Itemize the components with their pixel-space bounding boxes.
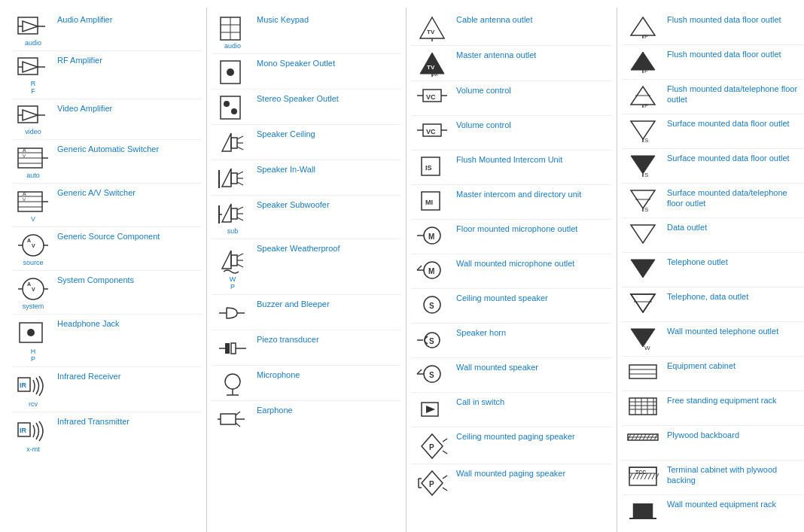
svg-marker-56 bbox=[222, 169, 231, 187]
symbol-stereo-speaker bbox=[213, 93, 252, 120]
item-earphone: Earphone bbox=[212, 401, 401, 436]
symbol-data-outlet bbox=[623, 222, 662, 246]
label-speaker-weather: Speaker Weatherproof bbox=[252, 243, 400, 254]
svg-rect-48 bbox=[221, 96, 240, 119]
svg-rect-77 bbox=[225, 343, 230, 354]
symbol-auto-switcher: A V auto bbox=[14, 144, 53, 179]
item-plywood-backboard: Plywood backboard bbox=[622, 426, 804, 461]
label-speaker-horn: Speaker horn bbox=[452, 327, 611, 338]
label-telephone-data: Telephone, data outlet bbox=[662, 291, 804, 302]
symbol-speaker-weather: W P bbox=[213, 243, 252, 290]
label-speaker-inwall: Speaker In-Wall bbox=[252, 164, 400, 175]
svg-line-122 bbox=[417, 369, 422, 374]
label-flush-data-2: Flush mounted data floor outlet bbox=[662, 49, 804, 59]
svg-point-50 bbox=[231, 108, 237, 114]
item-call-switch: Call in switch bbox=[411, 393, 612, 427]
label-speaker-ceiling: Speaker Ceiling bbox=[252, 129, 400, 139]
item-surface-data-1: S Surface mounted data floor outlet bbox=[622, 114, 804, 149]
svg-line-127 bbox=[443, 439, 447, 442]
svg-text:P: P bbox=[429, 480, 434, 488]
label-ir-receiver: Infrared Receiver bbox=[53, 371, 200, 382]
abbrev-system: system bbox=[23, 302, 44, 310]
symbol-telephone-outlet bbox=[623, 257, 662, 281]
svg-text:VC: VC bbox=[426, 93, 436, 101]
column-4: F Flush mounted data floor outlet F Flus… bbox=[617, 8, 804, 532]
label-wall-speaker: Wall mounted speaker bbox=[452, 362, 611, 372]
symbol-music-keypad: audio bbox=[213, 14, 252, 50]
item-terminal-cabinet: TCC Terminal cabinet with plywood backin… bbox=[622, 461, 804, 495]
svg-line-135 bbox=[443, 488, 447, 491]
symbol-speaker-horn: S bbox=[413, 327, 452, 351]
label-system: System Components bbox=[53, 275, 200, 285]
item-mono-speaker: Mono Speaker Outlet bbox=[212, 54, 401, 90]
label-volume-control-1: Volume control bbox=[452, 85, 611, 96]
abbrev-speaker-weather: W P bbox=[230, 275, 236, 290]
svg-marker-5 bbox=[23, 62, 38, 72]
svg-text:M: M bbox=[428, 267, 434, 275]
symbol-wall-equipment-rack bbox=[623, 499, 662, 521]
abbrev-headphone: H P bbox=[31, 348, 36, 363]
symbol-source: A V source bbox=[14, 231, 53, 266]
item-master-intercom: MI Master intercom and directory unit bbox=[411, 185, 612, 220]
label-av-switcher: Generic A/V Switcher bbox=[53, 187, 200, 198]
label-wall-paging: Wall mounted paging speaker bbox=[452, 468, 611, 479]
svg-line-55 bbox=[237, 147, 243, 150]
symbol-microphone bbox=[213, 369, 252, 397]
symbol-master-antenna: TV M bbox=[413, 50, 452, 77]
svg-marker-139 bbox=[631, 52, 655, 70]
item-telephone-outlet: Telephone outlet bbox=[622, 253, 804, 287]
svg-text:TV: TV bbox=[427, 29, 435, 35]
svg-line-73 bbox=[237, 264, 243, 267]
label-plywood-backboard: Plywood backboard bbox=[662, 430, 804, 440]
svg-rect-195 bbox=[632, 503, 653, 518]
svg-rect-63 bbox=[231, 208, 237, 219]
label-wall-equipment-rack: Wall mounted equipment rack bbox=[662, 499, 804, 509]
svg-marker-69 bbox=[222, 251, 231, 269]
item-data-outlet: Data outlet bbox=[622, 218, 804, 253]
symbol-speaker-ceiling bbox=[213, 129, 252, 156]
label-surface-data-tel: Surface mounted data/telephone floor out… bbox=[662, 187, 804, 209]
item-ir-transmitter: IR x-mt Infrared Transmitter bbox=[12, 412, 202, 457]
label-wall-mic: Wall mounted microphone outlet bbox=[452, 258, 611, 269]
symbol-av-switcher: A V V bbox=[14, 187, 53, 223]
item-volume-control-1: VC Volume control bbox=[411, 81, 612, 116]
symbol-plywood-backboard bbox=[623, 430, 662, 443]
label-rf-amp: RF Amplifier bbox=[53, 55, 200, 65]
item-floor-mic: M Floor mounted microphone outlet bbox=[411, 220, 612, 254]
abbrev-ir-receiver: rcv bbox=[29, 400, 38, 408]
item-flush-intercom: IS Flush Mounted Intercom Unit bbox=[411, 150, 612, 185]
svg-text:F: F bbox=[644, 68, 648, 73]
label-surface-data-2: Surface mounted data floor outlet bbox=[662, 153, 804, 163]
symbol-wall-speaker: S bbox=[413, 362, 452, 385]
svg-marker-161 bbox=[631, 329, 655, 347]
svg-text:V: V bbox=[23, 197, 26, 202]
column-2: audio Music Keypad Mono Speaker Outlet bbox=[207, 8, 407, 532]
symbol-legend-grid: audio Audio Amplifier R F RF Amplifier bbox=[8, 8, 796, 532]
item-wall-mic: M Wall mounted microphone outlet bbox=[411, 254, 612, 289]
item-wall-equipment-rack: Wall mounted equipment rack bbox=[622, 495, 804, 530]
svg-text:TV: TV bbox=[427, 64, 435, 71]
svg-marker-160 bbox=[631, 294, 655, 312]
symbol-wall-paging: P bbox=[413, 468, 452, 497]
column-3: TV Cable antenna outlet TV M Master ante… bbox=[407, 8, 617, 532]
svg-text:V: V bbox=[32, 287, 35, 292]
symbol-floor-mic: M bbox=[413, 223, 452, 246]
svg-text:TCC: TCC bbox=[635, 470, 646, 475]
item-headphone: H P Headphone Jack bbox=[12, 315, 202, 367]
symbol-ir-transmitter: IR x-mt bbox=[14, 416, 53, 453]
svg-text:S: S bbox=[429, 302, 434, 310]
svg-rect-70 bbox=[231, 255, 237, 266]
label-headphone: Headphone Jack bbox=[53, 318, 200, 329]
svg-marker-157 bbox=[631, 260, 655, 278]
svg-text:IS: IS bbox=[425, 164, 432, 172]
item-volume-control-2: VC Volume control bbox=[411, 116, 612, 150]
label-master-antenna: Master antenna outlet bbox=[452, 50, 611, 60]
svg-marker-1 bbox=[23, 21, 38, 32]
symbol-surface-data-tel: S bbox=[623, 187, 662, 211]
symbol-piezo bbox=[213, 334, 252, 361]
symbol-headphone: H P bbox=[14, 318, 53, 363]
label-piezo: Piezo transducer bbox=[252, 334, 400, 345]
svg-text:V: V bbox=[32, 243, 35, 248]
label-audio-amp: Audio Amplifier bbox=[53, 14, 200, 25]
symbol-volume-control-2: VC bbox=[413, 120, 452, 139]
